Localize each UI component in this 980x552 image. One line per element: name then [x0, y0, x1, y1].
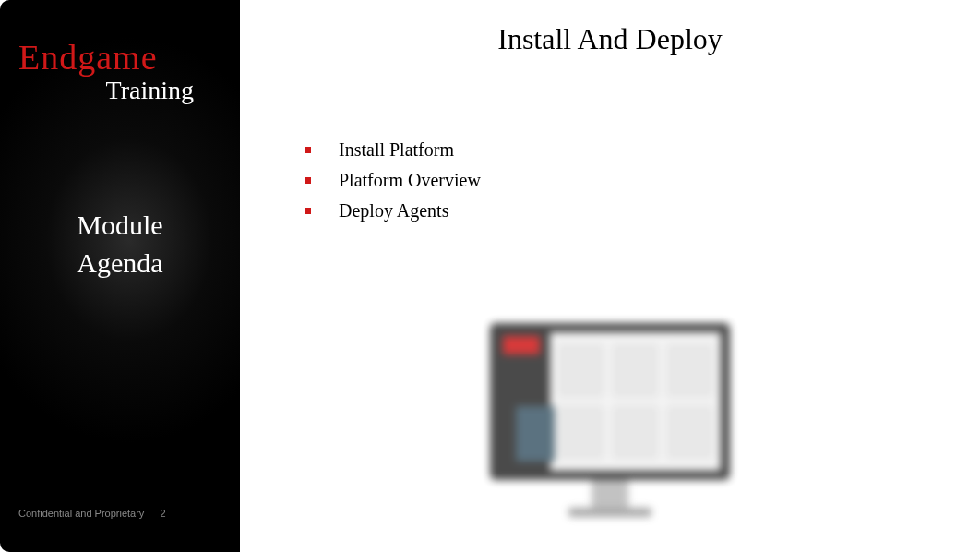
footer-text: Confidential and Proprietary	[18, 508, 144, 519]
sidebar-panel: Endgame Training Module Agenda Confident…	[0, 0, 240, 552]
module-line-2: Agenda	[37, 245, 203, 282]
screen-tile	[612, 405, 659, 460]
brand-subtitle: Training	[18, 76, 221, 105]
bullet-list: Install Platform Platform Overview Deplo…	[277, 139, 943, 222]
screen-grid	[550, 332, 721, 471]
module-heading: Module Agenda	[18, 207, 221, 282]
bullet-icon	[305, 177, 311, 184]
main-content: Install And Deploy Install Platform Plat…	[240, 0, 980, 552]
screen-tile	[557, 405, 604, 460]
screen-tile	[666, 405, 713, 460]
brand-title: Endgame	[18, 37, 221, 78]
screen-tile	[557, 343, 604, 398]
list-item: Install Platform	[305, 139, 943, 161]
bullet-text: Install Platform	[339, 139, 454, 161]
monitor-stand-base	[568, 508, 651, 517]
screen-tile	[612, 343, 659, 398]
bullet-icon	[305, 208, 311, 214]
list-item: Deploy Agents	[305, 200, 943, 222]
monitor-frame	[490, 323, 730, 480]
screen-card	[516, 406, 555, 462]
screen-logo-bar	[503, 336, 540, 354]
monitor-stand-neck	[592, 480, 628, 508]
module-line-1: Module	[37, 207, 203, 245]
bullet-text: Platform Overview	[339, 170, 481, 191]
slide: Endgame Training Module Agenda Confident…	[0, 0, 980, 552]
bullet-icon	[305, 147, 311, 153]
screen-tile	[666, 343, 713, 398]
screen-sidebar	[499, 332, 550, 471]
monitor-illustration	[490, 323, 730, 517]
bullet-text: Deploy Agents	[339, 200, 448, 222]
page-number: 2	[160, 508, 165, 519]
list-item: Platform Overview	[305, 170, 943, 191]
monitor-screen	[499, 332, 721, 471]
slide-title: Install And Deploy	[277, 22, 943, 56]
footer: Confidential and Proprietary 2	[18, 508, 166, 519]
